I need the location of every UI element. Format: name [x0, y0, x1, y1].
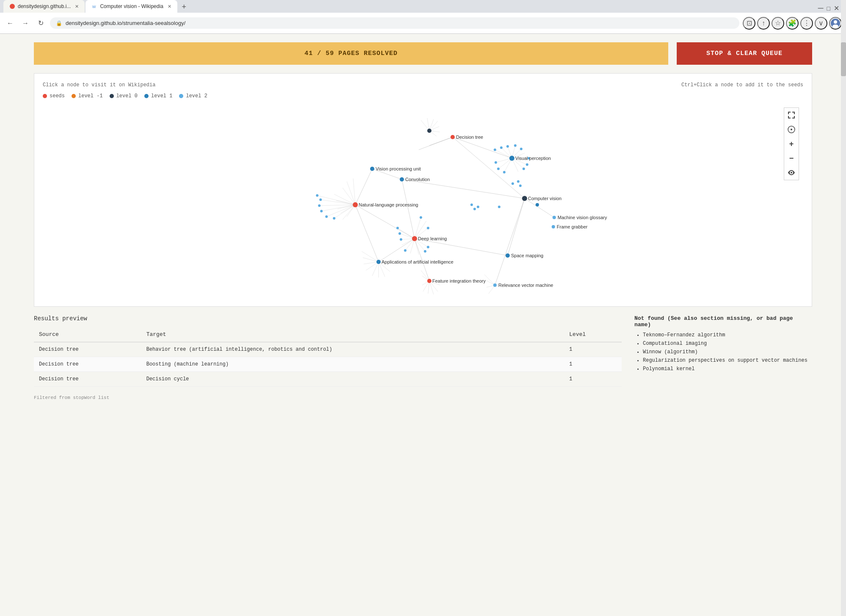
- zoom-out-button[interactable]: −: [784, 151, 799, 165]
- legend-level-0: level 0: [110, 93, 138, 99]
- legend-seeds: seeds: [43, 93, 65, 99]
- svg-line-62: [402, 179, 525, 198]
- menu-icon[interactable]: ⋮: [800, 17, 813, 30]
- browser-chrome: densitydesign.github.i... ✕ W Computer v…: [0, 0, 846, 34]
- tab2-favicon: W: [91, 3, 97, 9]
- toolbar-actions: ⊡ ↑ ☆ 🧩 ⋮ ∨: [743, 17, 842, 30]
- svg-point-101: [427, 246, 430, 248]
- row3-source: Decision tree: [34, 372, 141, 387]
- new-tab-button[interactable]: +: [178, 1, 190, 13]
- node-relevance-vector: [493, 283, 497, 287]
- eye-icon-button[interactable]: [784, 165, 799, 180]
- svg-line-85: [320, 205, 355, 206]
- graph-svg[interactable]: Decision tree Visual perception Vision p…: [43, 103, 803, 298]
- graph-hint-right: Ctrl+Click a node to add it to the seeds: [681, 82, 803, 88]
- svg-point-112: [503, 171, 506, 173]
- forward-button[interactable]: →: [19, 17, 31, 29]
- node-nlp: [353, 202, 358, 207]
- progress-button[interactable]: 41 / 59 PAGES RESOLVED: [34, 42, 668, 65]
- svg-point-96: [397, 227, 399, 229]
- window-maximize[interactable]: □: [827, 5, 830, 12]
- legend-level-neg1-label: level -1: [78, 93, 103, 99]
- svg-line-29: [499, 158, 512, 169]
- stop-clear-button[interactable]: STOP & CLEAR QUEUE: [677, 42, 812, 65]
- extensions-icon[interactable]: 🧩: [786, 17, 799, 30]
- share-icon[interactable]: ↑: [757, 17, 770, 30]
- svg-line-50: [415, 217, 421, 239]
- svg-point-90: [316, 194, 319, 197]
- svg-text:Space mapping: Space mapping: [511, 253, 543, 258]
- zoom-in-button[interactable]: +: [784, 137, 799, 151]
- legend-level-1: level 1: [144, 93, 172, 99]
- back-button[interactable]: ←: [4, 17, 16, 29]
- svg-point-94: [325, 215, 328, 218]
- results-title: Results preview: [34, 315, 622, 322]
- svg-text:Machine vision glossary: Machine vision glossary: [558, 215, 607, 220]
- svg-line-72: [363, 258, 379, 262]
- svg-line-34: [341, 205, 355, 213]
- svg-line-68: [379, 239, 415, 262]
- svg-point-115: [512, 182, 514, 185]
- svg-text:Relevance vector machine: Relevance vector machine: [499, 283, 554, 288]
- row2-source: Decision tree: [34, 357, 141, 372]
- svg-point-119: [474, 208, 476, 210]
- address-text: densitydesign.github.io/strumentalia-see…: [66, 20, 733, 26]
- tab-wikipedia[interactable]: W Computer vision - Wikipedia ✕: [85, 0, 177, 13]
- legend-seeds-dot: [43, 94, 47, 98]
- scrollbar[interactable]: [841, 0, 846, 616]
- table-row[interactable]: Decision tree Behavior tree (artificial …: [34, 342, 622, 357]
- not-found-item-5: Polynomial kernel: [643, 366, 812, 372]
- fit-view-button[interactable]: [784, 108, 799, 122]
- legend-level-0-dot: [110, 94, 114, 98]
- node-frame-grabber: [552, 225, 555, 228]
- node-apps-ai: [377, 260, 381, 264]
- tab-search-icon[interactable]: ∨: [815, 17, 827, 30]
- address-bar[interactable]: 🔒 densitydesign.github.io/strumentalia-s…: [50, 17, 739, 29]
- legend-level-1-label: level 1: [151, 93, 172, 99]
- results-table-area: Results preview Source Target Level Deci…: [34, 315, 622, 387]
- not-found-list: Teknomo–Fernandez algorithm Computationa…: [634, 332, 812, 372]
- tab1-close[interactable]: ✕: [75, 4, 79, 9]
- legend: seeds level -1 level 0 level 1 level 2: [43, 93, 803, 99]
- tab-densitydesign[interactable]: densitydesign.github.i... ✕: [3, 0, 85, 13]
- graph-header: Click a node to visit it on Wikipedia Ct…: [43, 82, 803, 88]
- svg-point-95: [333, 217, 336, 220]
- row3-level: 1: [564, 372, 622, 387]
- not-found-item-4: Regularization perspectives on support v…: [643, 358, 812, 363]
- svg-point-100: [424, 250, 427, 253]
- profile-icon[interactable]: [829, 17, 842, 30]
- node-vision-proc-unit: [370, 167, 375, 171]
- svg-point-106: [507, 145, 509, 148]
- window-close[interactable]: ✕: [834, 4, 839, 12]
- row1-target: Behavior tree (artificial intelligence, …: [141, 342, 564, 357]
- node-computer-vision: [522, 196, 527, 201]
- row1-level: 1: [564, 342, 622, 357]
- node-space-mapping: [506, 253, 510, 258]
- window-minimize[interactable]: ─: [818, 4, 824, 13]
- table-row[interactable]: Decision tree Boosting (machine learning…: [34, 357, 622, 372]
- reload-button[interactable]: ↻: [35, 17, 47, 29]
- svg-point-4: [834, 20, 837, 24]
- results-section: Results preview Source Target Level Deci…: [34, 315, 812, 387]
- col-level: Level: [564, 327, 622, 342]
- table-row[interactable]: Decision tree Decision cycle 1: [34, 372, 622, 387]
- graph-hint-left: Click a node to visit it on Wikipedia: [43, 82, 155, 88]
- svg-point-111: [523, 168, 525, 170]
- svg-point-121: [498, 206, 501, 208]
- cast-icon[interactable]: ⊡: [743, 17, 755, 30]
- svg-text:Convolution: Convolution: [405, 177, 430, 182]
- legend-level-2: level 2: [179, 93, 207, 99]
- tab2-close[interactable]: ✕: [168, 4, 171, 9]
- not-found-area: Not found (See also section missing, or …: [634, 315, 812, 387]
- center-button[interactable]: [784, 122, 799, 137]
- graph-visualization[interactable]: Decision tree Visual perception Vision p…: [43, 103, 803, 298]
- svg-line-61: [402, 179, 415, 239]
- svg-point-105: [500, 146, 503, 149]
- row2-level: 1: [564, 357, 622, 372]
- col-target: Target: [141, 327, 564, 342]
- svg-point-110: [526, 163, 529, 166]
- svg-text:Frame grabber: Frame grabber: [557, 224, 588, 229]
- bookmark-icon[interactable]: ☆: [772, 17, 784, 30]
- scrollbar-thumb[interactable]: [841, 42, 846, 76]
- svg-line-8: [453, 137, 512, 158]
